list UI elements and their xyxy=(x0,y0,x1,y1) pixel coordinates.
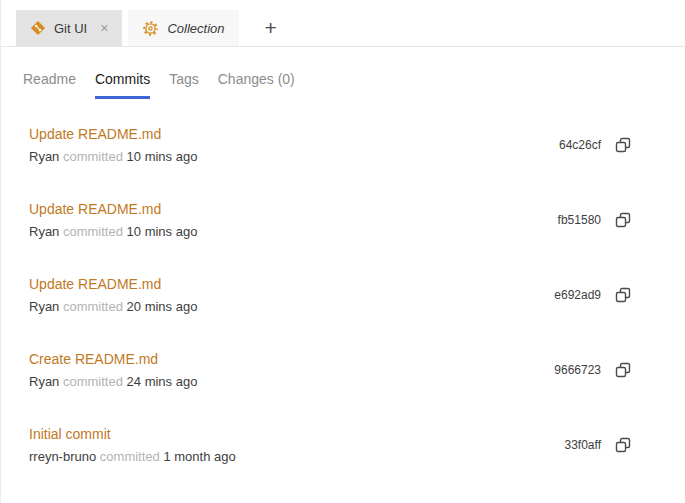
tab-git-ui[interactable]: Git UI × xyxy=(16,10,122,46)
commit-hash: 33f0aff xyxy=(565,438,601,452)
commit-row: Initial commit rreyn-bruno committed 1 m… xyxy=(1,407,685,482)
commit-action: committed xyxy=(63,224,123,239)
commit-meta: Ryan committed 20 mins ago xyxy=(29,299,197,314)
copy-icon[interactable] xyxy=(614,361,632,379)
new-tab-button[interactable]: + xyxy=(259,10,283,46)
copy-icon[interactable] xyxy=(614,136,632,154)
commit-row: Update README.md Ryan committed 20 mins … xyxy=(1,257,685,332)
commit-action: committed xyxy=(63,149,123,164)
commit-action: committed xyxy=(63,374,123,389)
gear-icon xyxy=(142,20,159,37)
commit-info: Update README.md Ryan committed 10 mins … xyxy=(29,126,197,164)
commit-message-link[interactable]: Update README.md xyxy=(29,126,197,142)
commit-author: rreyn-bruno xyxy=(29,449,96,464)
commit-row: Update README.md Ryan committed 10 mins … xyxy=(1,182,685,257)
commit-side: 33f0aff xyxy=(565,436,632,454)
commit-hash: 9666723 xyxy=(554,363,601,377)
tab-changes[interactable]: Changes (0) xyxy=(218,71,295,99)
commit-info: Update README.md Ryan committed 20 mins … xyxy=(29,276,197,314)
commit-meta: Ryan committed 24 mins ago xyxy=(29,374,197,389)
section-nav: Readme Commits Tags Changes (0) xyxy=(23,71,685,99)
commit-author: Ryan xyxy=(29,374,59,389)
commit-message-link[interactable]: Create README.md xyxy=(29,351,197,367)
copy-icon[interactable] xyxy=(614,436,632,454)
commit-meta: Ryan committed 10 mins ago xyxy=(29,224,197,239)
commit-time: 10 mins ago xyxy=(127,149,198,164)
commit-meta: rreyn-bruno committed 1 month ago xyxy=(29,449,236,464)
commit-hash: e692ad9 xyxy=(554,288,601,302)
tab-label: Collection xyxy=(167,21,224,36)
commit-author: Ryan xyxy=(29,149,59,164)
tab-readme[interactable]: Readme xyxy=(23,71,76,99)
commit-message-link[interactable]: Initial commit xyxy=(29,426,236,442)
copy-icon[interactable] xyxy=(614,211,632,229)
tab-commits[interactable]: Commits xyxy=(95,71,150,99)
commit-time: 10 mins ago xyxy=(127,224,198,239)
commit-message-link[interactable]: Update README.md xyxy=(29,201,197,217)
tab-label: Git UI xyxy=(54,21,87,36)
commit-side: e692ad9 xyxy=(554,286,632,304)
commit-info: Initial commit rreyn-bruno committed 1 m… xyxy=(29,426,236,464)
commit-meta: Ryan committed 10 mins ago xyxy=(29,149,197,164)
commit-info: Create README.md Ryan committed 24 mins … xyxy=(29,351,197,389)
git-icon xyxy=(30,20,46,36)
window-tab-bar: Git UI × Collection + xyxy=(1,0,685,47)
commit-row: Create README.md Ryan committed 24 mins … xyxy=(1,332,685,407)
commit-info: Update README.md Ryan committed 10 mins … xyxy=(29,201,197,239)
tab-tags[interactable]: Tags xyxy=(169,71,199,99)
commit-side: 64c26cf xyxy=(559,136,632,154)
commit-hash: 64c26cf xyxy=(559,138,601,152)
commit-time: 1 month ago xyxy=(163,449,235,464)
commit-hash: fb51580 xyxy=(558,213,601,227)
commit-action: committed xyxy=(100,449,160,464)
commit-side: fb51580 xyxy=(558,211,632,229)
commit-author: Ryan xyxy=(29,224,59,239)
commit-time: 24 mins ago xyxy=(127,374,198,389)
commit-side: 9666723 xyxy=(554,361,632,379)
commit-row: Update README.md Ryan committed 10 mins … xyxy=(1,107,685,182)
commit-message-link[interactable]: Update README.md xyxy=(29,276,197,292)
commit-action: committed xyxy=(63,299,123,314)
copy-icon[interactable] xyxy=(614,286,632,304)
commit-author: Ryan xyxy=(29,299,59,314)
tab-collection[interactable]: Collection xyxy=(128,10,238,46)
commit-list: Update README.md Ryan committed 10 mins … xyxy=(1,99,685,482)
close-icon[interactable]: × xyxy=(100,21,108,35)
commit-time: 20 mins ago xyxy=(127,299,198,314)
